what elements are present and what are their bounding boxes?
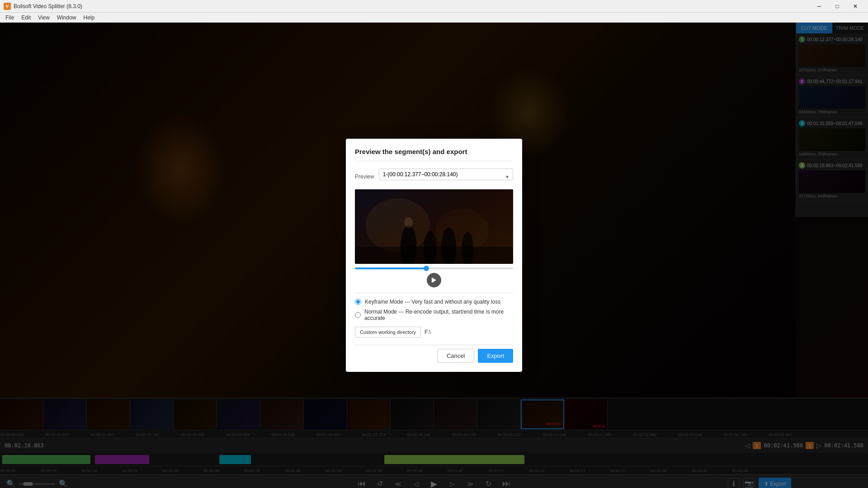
close-button[interactable]: ✕ <box>846 0 864 13</box>
video-preview-inner: NETFLIX <box>355 189 513 264</box>
play-button-area <box>355 273 513 287</box>
normal-mode-radio[interactable] <box>355 312 361 318</box>
keyframe-mode-radio[interactable] <box>355 299 361 305</box>
divider <box>355 293 513 293</box>
progress-thumb[interactable] <box>424 266 429 271</box>
export-button[interactable]: Export <box>478 349 513 363</box>
working-directory-path: F:\ <box>425 329 431 335</box>
minimize-button[interactable]: ─ <box>810 0 828 13</box>
dialog-overlay: Preview the segment(s) and export Previe… <box>0 23 868 488</box>
play-button[interactable] <box>427 273 441 287</box>
export-dialog: Preview the segment(s) and export Previe… <box>346 139 522 372</box>
svg-marker-9 <box>432 277 436 283</box>
dialog-buttons: Cancel Export <box>355 345 513 363</box>
preview-select-wrap: 1-(00:00:12.377~00:00:28.140) 2-(00:00:4… <box>379 169 513 185</box>
main-content: CUT MODE TRIM MODE 1 00:00:12.377~00:00:… <box>0 23 868 488</box>
svg-point-1 <box>366 198 430 252</box>
video-preview: NETFLIX <box>355 189 513 264</box>
menu-bar: File Edit View Window Help <box>0 13 868 23</box>
menu-view[interactable]: View <box>34 14 53 22</box>
app-title: Boilsoft Video Splitter (8.3.0) <box>14 3 82 9</box>
scene-background: NETFLIX <box>355 189 513 264</box>
preview-row: Preview 1-(00:00:12.377~00:00:28.140) 2-… <box>355 169 513 185</box>
cancel-button[interactable]: Cancel <box>437 349 474 363</box>
play-icon <box>431 277 437 283</box>
normal-mode-option[interactable]: Normal Mode --- Re-encode output, start/… <box>355 309 513 321</box>
progress-fill <box>355 267 426 269</box>
preview-select[interactable]: 1-(00:00:12.377~00:00:28.140) 2-(00:00:4… <box>379 169 513 180</box>
scene-silhouettes <box>355 189 513 264</box>
normal-mode-label: Normal Mode --- Re-encode output, start/… <box>364 309 513 321</box>
video-progress-bar[interactable] <box>355 267 513 269</box>
keyframe-mode-option[interactable]: Keyframe Mode --- Very fast and without … <box>355 299 513 305</box>
svg-point-8 <box>404 217 413 228</box>
app-icon: V <box>4 3 11 10</box>
dialog-title: Preview the segment(s) and export <box>355 148 513 161</box>
custom-working-directory-button[interactable]: Custom working directory <box>355 327 421 338</box>
preview-label: Preview <box>355 174 374 180</box>
menu-edit[interactable]: Edit <box>18 14 34 22</box>
working-directory-row: Custom working directory F:\ <box>355 327 513 338</box>
title-bar: V Boilsoft Video Splitter (8.3.0) ─ □ ✕ <box>0 0 868 13</box>
maximize-button[interactable]: □ <box>828 0 846 13</box>
menu-help[interactable]: Help <box>80 14 99 22</box>
keyframe-mode-label: Keyframe Mode --- Very fast and without … <box>365 299 500 305</box>
menu-window[interactable]: Window <box>53 14 80 22</box>
menu-file[interactable]: File <box>2 14 18 22</box>
